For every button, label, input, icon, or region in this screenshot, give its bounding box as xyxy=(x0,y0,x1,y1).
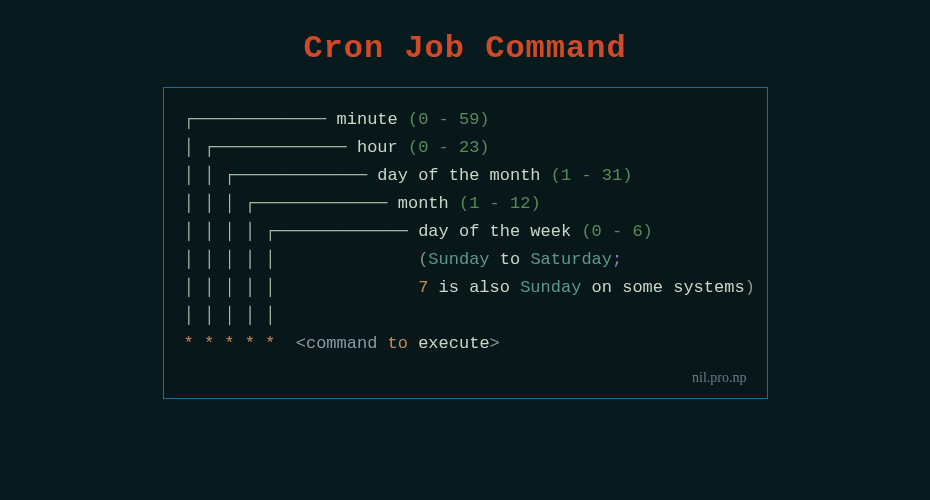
dow-sunday: Sunday xyxy=(428,250,489,269)
field-minute-label: minute xyxy=(337,110,398,129)
cmd-execute: execute xyxy=(418,334,489,353)
line-dom: │ │ ┌───────────── day of the month (1 -… xyxy=(184,162,747,190)
line-expression: * * * * * <command to execute> xyxy=(184,330,747,358)
field-dom-label: day of the month xyxy=(377,166,540,185)
dow-sunday2: Sunday xyxy=(520,278,581,297)
line-pipes: │ │ │ │ │ xyxy=(184,302,747,330)
field-dow-range: (0 - 6) xyxy=(581,222,652,241)
credit-text: nil.pro.np xyxy=(184,358,747,389)
dow-seven: 7 xyxy=(418,278,428,297)
field-dow-label: day of the week xyxy=(418,222,571,241)
cron-stars: * * * * * xyxy=(184,334,276,353)
field-minute-range: (0 - 59) xyxy=(408,110,490,129)
line-dow-extra1: │ │ │ │ │ (Sunday to Saturday; xyxy=(184,246,747,274)
line-dow-extra2: │ │ │ │ │ 7 is also Sunday on some syste… xyxy=(184,274,747,302)
line-hour: │ ┌───────────── hour (0 - 23) xyxy=(184,134,747,162)
page-title: Cron Job Command xyxy=(0,0,930,87)
cron-diagram-box: ┌───────────── minute (0 - 59) │ ┌──────… xyxy=(163,87,768,399)
line-month: │ │ │ ┌───────────── month (1 - 12) xyxy=(184,190,747,218)
field-month-label: month xyxy=(398,194,449,213)
field-month-range: (1 - 12) xyxy=(459,194,541,213)
dow-saturday: Saturday xyxy=(530,250,612,269)
field-hour-range: (0 - 23) xyxy=(408,138,490,157)
cmd-command: command xyxy=(306,334,377,353)
line-minute: ┌───────────── minute (0 - 59) xyxy=(184,106,747,134)
line-dow: │ │ │ │ ┌───────────── day of the week (… xyxy=(184,218,747,246)
field-hour-label: hour xyxy=(357,138,398,157)
field-dom-range: (1 - 31) xyxy=(551,166,633,185)
